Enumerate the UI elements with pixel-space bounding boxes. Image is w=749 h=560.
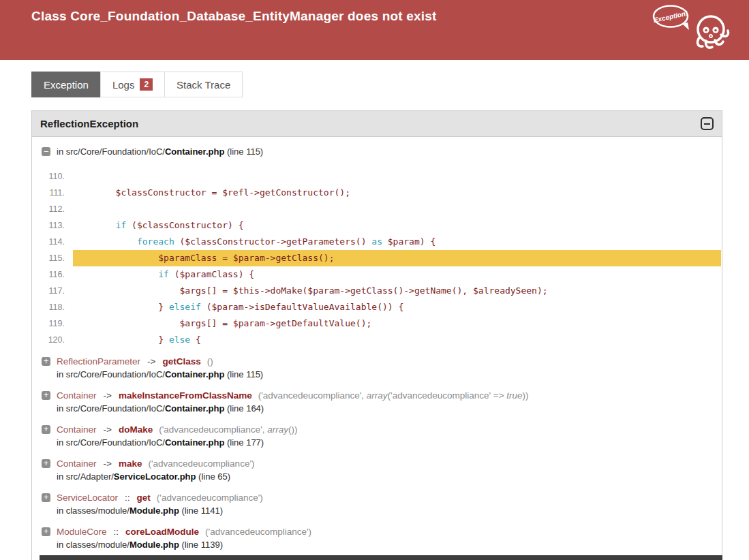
frame-class-name: Container: [57, 390, 97, 401]
frame-arguments: ('advancedeucompliance'): [205, 527, 311, 537]
frame-method-name: doMake: [119, 424, 153, 435]
argument-text: ()): [288, 424, 298, 435]
frame-operator: ->: [104, 424, 112, 435]
tab-logs-label: Logs: [112, 79, 135, 91]
expand-frame-icon[interactable]: [42, 493, 50, 502]
collapse-frame-icon[interactable]: [42, 147, 50, 156]
source-frame-header[interactable]: in src/Core/Foundation/IoC/Container.php…: [42, 146, 722, 157]
stack-frame: ServiceLocator::get ('advancedeucomplian…: [42, 493, 712, 516]
expand-frame-icon[interactable]: [42, 459, 50, 468]
stack-frame: ModuleCore::coreLoadModule ('advancedeuc…: [42, 527, 712, 550]
code-line: 110.: [42, 168, 721, 185]
code-line: 114. foreach ($classConstructor->getPara…: [42, 234, 721, 250]
argument-text: ('advancedeucompliance'): [157, 493, 263, 503]
location-prefix: in: [57, 471, 66, 482]
code-text: $paramClass = $param->getClass();: [73, 250, 721, 266]
code-line: 116. if ($paramClass) {: [42, 266, 721, 283]
frame-class-name: ReflectionParameter: [57, 356, 140, 367]
code-line: 118. } elseif ($param->isDefaultValueAva…: [42, 299, 721, 315]
code-token: $paramClass = $param->getClass();: [73, 253, 335, 263]
source-frame-location: in src/Core/Foundation/IoC/Container.php…: [57, 146, 263, 157]
frame-class-name: ServiceLocator: [57, 493, 118, 503]
stack-frame: Container->make ('advancedeucompliance')…: [42, 458, 712, 482]
frame-operator: ::: [114, 527, 119, 537]
code-token: ($paramClass) {: [169, 269, 254, 279]
code-token: if: [158, 269, 169, 279]
line-number: 117.: [42, 286, 73, 296]
logs-count-badge: 2: [140, 78, 153, 91]
location-path: src/Core/Foundation/IoC/: [66, 403, 165, 414]
partial-next-section: [40, 555, 722, 560]
tab-exception[interactable]: Exception: [31, 72, 101, 97]
stack-frame-location: in classes/module/Module.php (line 1139): [57, 540, 712, 550]
stack-frame-call[interactable]: ReflectionParameter->getClass (): [42, 356, 712, 367]
exception-class-title: ReflectionException: [40, 118, 138, 129]
frame-method-name: coreLoadModule: [125, 527, 199, 537]
code-token: as: [371, 236, 382, 247]
stack-frame: Container->makeInstanceFromClassName ('a…: [42, 390, 712, 414]
code-token: elseif: [169, 302, 201, 312]
frame-class-name: Container: [57, 424, 97, 435]
code-token: if: [116, 220, 127, 230]
frame-class-name: ModuleCore: [57, 527, 107, 537]
stack-frame-location: in src/Core/Foundation/IoC/Container.php…: [57, 437, 712, 448]
expand-frame-icon[interactable]: [42, 527, 50, 536]
location-line: (line 164): [224, 403, 264, 414]
exception-panel-body: in src/Core/Foundation/IoC/Container.php…: [32, 137, 722, 550]
tab-stack-trace[interactable]: Stack Trace: [164, 72, 243, 97]
code-block: 110. 111. $classConstructor = $refl->get…: [42, 168, 722, 348]
collapse-panel-icon[interactable]: [701, 117, 714, 130]
logo-bubble-text: Exception!: [653, 10, 689, 25]
location-line: (line 1141): [179, 505, 223, 516]
code-token: [73, 236, 137, 247]
argument-text: ('advancedeucompliance' =>: [388, 390, 507, 401]
exception-panel-header[interactable]: ReflectionException: [32, 111, 722, 137]
stack-frame-call[interactable]: Container->makeInstanceFromClassName ('a…: [42, 390, 712, 401]
stack-frame-call[interactable]: ModuleCore::coreLoadModule ('advancedeuc…: [42, 527, 712, 537]
tab-exception-label: Exception: [44, 79, 89, 91]
location-file: ServiceLocator.php: [114, 471, 196, 482]
location-file: Module.php: [129, 540, 179, 550]
stack-frames: ReflectionParameter->getClass () in src/…: [42, 356, 722, 550]
location-file: Container.php: [165, 437, 224, 448]
frame-arguments: ('advancedeucompliance', array()): [159, 424, 297, 435]
expand-frame-icon[interactable]: [42, 425, 50, 434]
code-text: $args[] = $param->getDefaultValue();: [73, 315, 721, 332]
code-line: 117. $args[] = $this->doMake($param->get…: [42, 283, 721, 299]
location-line: (line 1139): [179, 540, 223, 550]
expand-frame-icon[interactable]: [42, 357, 50, 366]
location-line: (line 177): [224, 437, 264, 448]
argument-text: array: [367, 390, 388, 401]
expand-frame-icon[interactable]: [42, 391, 50, 400]
stack-frame-call[interactable]: ServiceLocator::get ('advancedeucomplian…: [42, 493, 712, 503]
frame-arguments: (): [207, 356, 213, 367]
frame-method-name: getClass: [162, 356, 200, 367]
frame-arguments: ('advancedeucompliance'): [157, 493, 263, 503]
line-number: 120.: [42, 335, 73, 345]
code-token: $args[] = $this->doMake($param->getClass…: [73, 285, 548, 296]
stack-frame-call[interactable]: Container->doMake ('advancedeucompliance…: [42, 424, 712, 435]
stack-frame-call[interactable]: Container->make ('advancedeucompliance'): [42, 458, 712, 469]
argument-text: ('advancedeucompliance'): [205, 527, 311, 537]
error-header: Class Core_Foundation_Database_EntityMan…: [0, 0, 749, 60]
location-prefix: in: [57, 146, 66, 157]
code-token: $args[] = $param->getDefaultValue();: [73, 318, 371, 328]
code-line: 119. $args[] = $param->getDefaultValue()…: [42, 315, 721, 332]
argument-text: ('advancedeucompliance',: [258, 390, 367, 401]
frame-method-name: make: [119, 458, 142, 469]
code-token: $classConstructor = $refl->getConstructo…: [73, 187, 350, 198]
code-token: ($classConstructor->getParameters(): [174, 236, 372, 247]
location-path: src/Adapter/: [66, 471, 114, 482]
location-prefix: in: [57, 437, 66, 448]
location-line: (line 115): [224, 146, 263, 157]
code-line: 113. if ($classConstructor) {: [42, 217, 721, 234]
argument-text: )): [523, 390, 529, 401]
location-line: (line 65): [196, 471, 230, 482]
code-text: if ($classConstructor) {: [73, 217, 721, 234]
tab-logs[interactable]: Logs 2: [100, 72, 165, 97]
frame-arguments: ('advancedeucompliance'): [148, 458, 254, 469]
line-number: 111.: [42, 188, 73, 198]
stack-frame-location: in src/Core/Foundation/IoC/Container.php…: [57, 369, 712, 379]
frame-class-name: Container: [57, 458, 97, 469]
location-file: Module.php: [129, 505, 179, 516]
